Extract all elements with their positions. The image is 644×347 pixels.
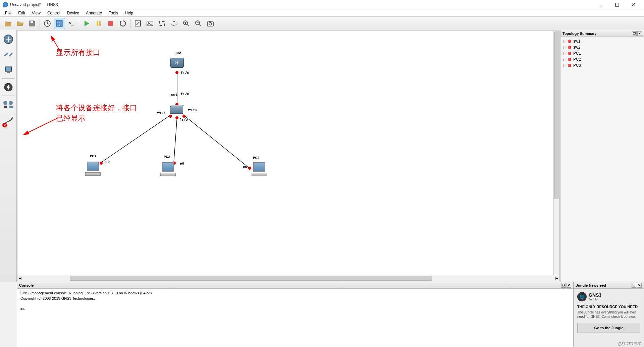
tree-item-sw2[interactable]: ▷sw2 [562, 44, 643, 50]
show-interfaces-icon[interactable]: a bc d [54, 18, 65, 29]
brand-text: GNS3 [589, 292, 601, 298]
topology-tree: ▷sw1 ▷sw2 ▷PC1 ▷PC2 ▷PC3 [560, 37, 644, 70]
svg-rect-44 [9, 106, 13, 108]
close-button[interactable] [629, 1, 638, 8]
svg-text:a b: a b [57, 21, 60, 23]
node-pc3[interactable] [252, 162, 267, 176]
reload-icon[interactable] [117, 18, 128, 29]
newsfeed-headline: THE ONLY RESOURCE YOU NEED [577, 305, 640, 309]
routers-icon[interactable] [2, 33, 15, 46]
tree-label: PC3 [573, 63, 581, 68]
bottom-area: Console ❐ ✕ GNS3 management console. Run… [17, 282, 644, 347]
window-title: Unsaved project* — GNS3 [10, 2, 596, 7]
minimize-button[interactable] [596, 1, 606, 8]
maximize-button[interactable] [612, 1, 622, 8]
newsfeed-logo: 🌐 GNS3 Jungle [577, 292, 640, 301]
panel-undock-icon[interactable]: ❐ [632, 283, 636, 288]
tree-label: PC1 [573, 51, 581, 56]
topology-canvas[interactable]: 显示所有接口 将各个设备连接好，接口 已经显示 sw2 ✶ f1/0 sw1 f… [17, 31, 559, 275]
tree-item-sw1[interactable]: ▷sw1 [562, 38, 643, 44]
menu-tools[interactable]: Tools [105, 10, 121, 16]
panel-undock-icon[interactable]: ❐ [561, 283, 566, 288]
topology-summary-title: Topology Summary [562, 32, 597, 36]
node-sw2[interactable]: ✶ [170, 58, 184, 68]
canvas-scrollbar-horizontal[interactable]: ◄► [17, 275, 559, 281]
svg-line-7 [47, 23, 49, 24]
node-pc2[interactable] [160, 162, 176, 176]
svg-point-22 [171, 21, 177, 25]
start-icon[interactable] [81, 18, 92, 29]
stop-icon[interactable] [105, 18, 116, 29]
newsfeed-title: Jungle Newsfeed [576, 283, 606, 287]
port-pc1-e0: e0 [105, 160, 110, 164]
add-link-icon[interactable]: ✕ [2, 115, 15, 128]
zoom-in-icon[interactable] [180, 18, 192, 29]
newsfeed-body: 🌐 GNS3 Jungle THE ONLY RESOURCE YOU NEED… [574, 289, 644, 347]
main-area: ✕ 显示所有接口 将各个设备连接好，接口 已经显示 sw2 [0, 30, 644, 282]
annotation-connect: 将各个设备连接好，接口 已经显示 [56, 103, 137, 124]
port-dot [248, 167, 251, 170]
save-project-icon[interactable] [26, 18, 38, 29]
port-dot [175, 71, 178, 74]
topology-summary-panel: Topology Summary ❐ ✕ ▷sw1 ▷sw2 ▷PC1 ▷PC2… [560, 30, 644, 282]
port-sw1-f12: f1/2 [179, 118, 188, 122]
svg-rect-43 [4, 106, 7, 108]
menu-file[interactable]: File [2, 10, 15, 16]
app-icon [3, 2, 8, 7]
rectangle-icon[interactable] [156, 18, 168, 29]
menu-device[interactable]: Device [64, 10, 83, 16]
open-project-icon[interactable] [14, 18, 26, 29]
svg-rect-13 [97, 21, 98, 26]
security-devices-icon[interactable] [2, 80, 15, 94]
port-sw1-f13: f1/3 [188, 108, 197, 112]
panel-close-icon[interactable]: ✕ [567, 283, 571, 288]
menu-help[interactable]: Help [121, 10, 137, 16]
svg-line-52 [183, 115, 250, 168]
svg-line-51 [174, 116, 177, 163]
note-icon[interactable] [132, 18, 144, 29]
canvas-scrollbar-vertical[interactable] [553, 31, 559, 275]
new-project-icon[interactable] [2, 18, 14, 29]
svg-rect-4 [31, 21, 33, 23]
svg-rect-14 [99, 21, 101, 26]
menu-edit[interactable]: Edit [15, 10, 29, 16]
snapshot-icon[interactable] [42, 18, 53, 29]
panel-undock-icon[interactable]: ❐ [632, 31, 637, 36]
console-panel: Console ❐ ✕ GNS3 management console. Run… [17, 282, 574, 347]
svg-line-48 [23, 118, 58, 135]
svg-point-42 [9, 101, 13, 105]
ellipse-icon[interactable] [168, 18, 180, 29]
node-label-sw2: sw2 [174, 51, 181, 55]
tree-item-pc3[interactable]: ▷PC3 [562, 62, 643, 68]
status-dot-icon [568, 40, 571, 43]
tree-item-pc2[interactable]: ▷PC2 [562, 56, 643, 62]
zoom-out-icon[interactable] [193, 18, 204, 29]
annotation-show-interfaces: 显示所有接口 [56, 48, 100, 58]
switches-icon[interactable] [2, 48, 15, 61]
newsfeed-panel: Jungle Newsfeed ❐ ✕ 🌐 GNS3 Jungle THE ON… [574, 282, 644, 347]
newsfeed-desc: The Jungle has everything you will ever … [577, 310, 640, 319]
image-icon[interactable] [144, 18, 156, 29]
tree-item-pc1[interactable]: ▷PC1 [562, 50, 643, 56]
end-devices-icon[interactable] [2, 63, 15, 77]
pause-icon[interactable] [93, 18, 104, 29]
console-output[interactable]: GNS3 management console. Running GNS3 ve… [17, 289, 573, 347]
go-to-jungle-button[interactable]: Go to the Jungle [577, 323, 640, 333]
node-pc1[interactable] [85, 162, 101, 176]
all-devices-icon[interactable] [2, 98, 15, 111]
port-sw1-f10: f1/0 [180, 92, 189, 96]
svg-line-18 [137, 22, 139, 25]
console-icon[interactable]: >_ [66, 18, 77, 29]
menu-annotate[interactable]: Annotate [83, 10, 105, 16]
menu-view[interactable]: View [29, 10, 44, 16]
tree-label: sw2 [573, 45, 580, 50]
svg-rect-15 [108, 21, 113, 26]
menu-control[interactable]: Control [44, 10, 64, 16]
panel-close-icon[interactable]: ✕ [637, 31, 642, 36]
newsfeed-header: Jungle Newsfeed ❐ ✕ [574, 282, 644, 289]
port-sw1-f11: f1/1 [157, 111, 166, 115]
panel-close-icon[interactable]: ✕ [637, 283, 642, 288]
node-sw1[interactable] [170, 106, 183, 114]
screenshot-icon[interactable] [205, 18, 216, 29]
svg-rect-37 [6, 67, 11, 71]
